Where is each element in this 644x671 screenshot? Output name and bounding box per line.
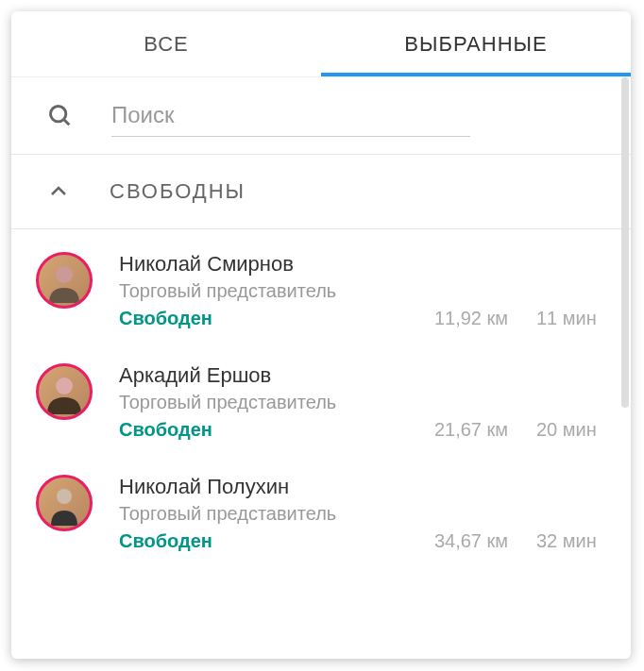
item-role: Торговый представитель xyxy=(119,503,602,525)
item-status: Свободен xyxy=(119,530,434,552)
item-footer: Свободен 11,92 км 11 мин xyxy=(119,308,602,329)
tab-all[interactable]: ВСЕ xyxy=(11,11,321,76)
item-name: Николай Смирнов xyxy=(119,252,602,277)
tabs: ВСЕ ВЫБРАННЫЕ xyxy=(11,11,631,77)
item-time: 32 мин xyxy=(536,530,602,552)
list-item[interactable]: Аркадий Ершов Торговый представитель Сво… xyxy=(11,346,631,458)
list-item[interactable]: Николай Полухин Торговый представитель С… xyxy=(11,458,631,569)
item-footer: Свободен 34,67 км 32 мин xyxy=(119,530,602,552)
item-content: Аркадий Ершов Торговый представитель Сво… xyxy=(119,363,602,441)
panel: ВСЕ ВЫБРАННЫЕ СВОБОДНЫ Николай Смирнов Т… xyxy=(11,11,631,659)
svg-line-1 xyxy=(64,119,70,125)
item-distance: 11,92 км xyxy=(434,308,508,329)
tab-selected-label: ВЫБРАННЫЕ xyxy=(404,32,547,57)
list: Николай Смирнов Торговый представитель С… xyxy=(11,229,631,569)
item-status: Свободен xyxy=(119,308,434,329)
item-distance: 34,67 км xyxy=(434,530,508,552)
item-name: Николай Полухин xyxy=(119,475,602,499)
item-time: 20 мин xyxy=(536,419,602,441)
item-time: 11 мин xyxy=(536,308,602,329)
item-distance: 21,67 км xyxy=(434,419,508,441)
tab-all-label: ВСЕ xyxy=(144,32,189,57)
svg-point-2 xyxy=(56,266,73,283)
search-icon xyxy=(47,103,74,129)
scrollbar[interactable] xyxy=(621,77,629,408)
avatar xyxy=(36,363,93,420)
list-item[interactable]: Николай Смирнов Торговый представитель С… xyxy=(11,235,631,346)
item-status: Свободен xyxy=(119,419,434,441)
item-content: Николай Смирнов Торговый представитель С… xyxy=(119,252,602,329)
section-header-free[interactable]: СВОБОДНЫ xyxy=(11,154,631,229)
search-input[interactable] xyxy=(111,94,470,137)
avatar xyxy=(36,252,93,309)
chevron-up-icon xyxy=(47,180,70,203)
svg-point-0 xyxy=(51,106,66,121)
svg-point-3 xyxy=(56,377,73,394)
item-footer: Свободен 21,67 км 20 мин xyxy=(119,419,602,441)
avatar xyxy=(36,475,93,531)
search-row xyxy=(11,77,631,154)
item-name: Аркадий Ершов xyxy=(119,363,602,388)
item-role: Торговый представитель xyxy=(119,280,602,302)
section-title: СВОБОДНЫ xyxy=(110,179,246,204)
tab-selected[interactable]: ВЫБРАННЫЕ xyxy=(321,11,631,76)
item-role: Торговый представитель xyxy=(119,392,602,413)
svg-point-4 xyxy=(57,489,72,504)
item-content: Николай Полухин Торговый представитель С… xyxy=(119,475,602,552)
